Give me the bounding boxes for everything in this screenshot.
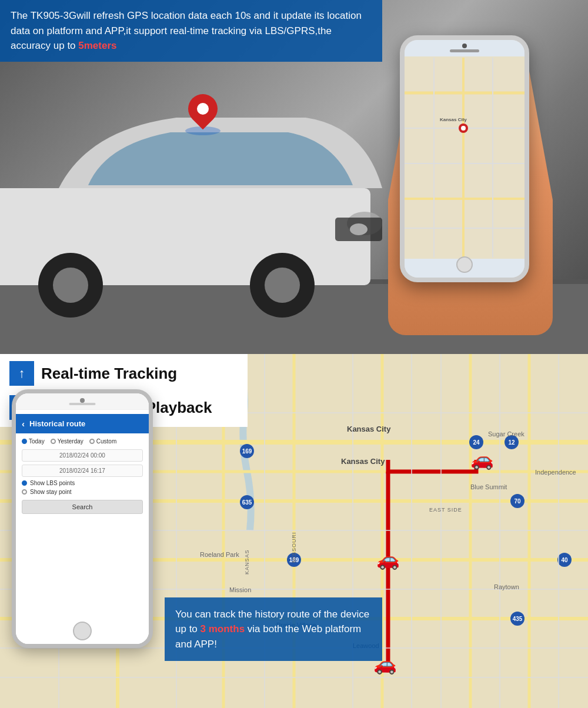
phone-screen-top: Kansas City — [405, 40, 524, 278]
cb-lbs-row: Show LBS points — [22, 480, 143, 486]
phone-inner: ‹ Historical route Today Yest — [16, 393, 149, 644]
svg-point-4 — [53, 268, 88, 303]
realtime-label-text: Real-time Tracking — [41, 365, 177, 383]
date-from-field[interactable]: 2018/02/24 00:00 — [22, 449, 143, 462]
radio-dot-today — [22, 439, 27, 444]
city-label-indep: Independence — [535, 469, 576, 476]
speaker-bottom — [69, 403, 96, 405]
svg-point-20 — [461, 126, 466, 131]
city-label-missouri: MISSOURI — [291, 532, 297, 563]
city-label-sugar: Sugar Creek — [488, 430, 524, 438]
radio-custom[interactable]: Custom — [89, 438, 116, 445]
cb-stay-check[interactable] — [22, 489, 27, 495]
bottom-section: 635 169 635 169 32 70 40 435 24 — [0, 354, 588, 708]
svg-text:435: 435 — [513, 616, 523, 622]
svg-text:635: 635 — [242, 499, 252, 506]
city-label-eastside: EAST SIDE — [429, 507, 462, 513]
city-label-kansas: KANSAS — [244, 549, 250, 575]
radio-row: Today Yesterday Custom — [22, 438, 143, 445]
back-arrow-icon[interactable]: ‹ — [22, 419, 25, 429]
radio-dot-custom — [89, 439, 95, 444]
tooltip-highlight: 3 months — [201, 623, 245, 634]
city-label-kc1: Kansas City — [347, 425, 390, 433]
map-inside-phone: Kansas City — [405, 56, 524, 259]
city-label-roeland: Roeland Park — [200, 551, 239, 558]
tooltip-box: You can track the history route of the d… — [165, 597, 382, 662]
svg-point-6 — [265, 268, 300, 303]
radio-yesterday[interactable]: Yesterday — [51, 438, 83, 445]
svg-point-9 — [350, 223, 368, 235]
phone-top: Kansas City — [388, 18, 553, 323]
info-box: The TK905-3Gwill refresh GPS location da… — [0, 0, 382, 62]
pin-head — [182, 88, 224, 130]
info-text-before: The TK905-3Gwill refresh GPS location da… — [11, 10, 362, 51]
city-label-blue: Blue Summit — [470, 483, 507, 490]
home-button-top — [456, 256, 473, 273]
svg-text:40: 40 — [561, 557, 568, 563]
phone-frame-top: Kansas City — [400, 35, 529, 282]
city-label-raytown: Raytown — [494, 583, 519, 590]
date-to-field[interactable]: 2018/02/24 16:17 — [22, 465, 143, 477]
top-section: The TK905-3Gwill refresh GPS location da… — [0, 0, 588, 354]
hist-content: Today Yesterday Custom — [16, 433, 149, 519]
svg-text:70: 70 — [514, 498, 521, 505]
cb-stay-row: Show stay point — [22, 489, 143, 495]
gps-pin — [188, 94, 220, 135]
cb-stay-label: Show stay point — [30, 489, 72, 495]
svg-text:Kansas City: Kansas City — [440, 117, 467, 122]
radio-yesterday-label: Yesterday — [58, 438, 83, 445]
svg-text:12: 12 — [508, 439, 515, 446]
up-arrow: ↑ — [9, 361, 34, 386]
realtime-label-item: ↑ Real-time Tracking — [0, 356, 248, 390]
cb-lbs-check[interactable] — [22, 480, 27, 486]
radio-today[interactable]: Today — [22, 438, 45, 445]
radio-today-label: Today — [29, 438, 45, 445]
city-label-kc2: Kansas City — [341, 457, 385, 466]
car-icon-1: 🚗 — [470, 448, 494, 470]
search-button[interactable]: Search — [22, 500, 143, 514]
phone-frame-bottom: ‹ Historical route Today Yest — [12, 389, 153, 648]
car-icon-2: 🚗 — [376, 548, 400, 570]
phone-bottom: ‹ Historical route Today Yest — [12, 389, 165, 660]
camera-dot-bottom — [80, 398, 85, 403]
info-highlight: 5meters — [78, 40, 116, 51]
home-button-bottom[interactable] — [73, 622, 92, 640]
hist-header: ‹ Historical route — [16, 414, 149, 433]
city-label-mission: Mission — [229, 586, 251, 593]
hist-header-text: Historical route — [29, 419, 85, 428]
speaker — [450, 49, 479, 52]
hist-panel: ‹ Historical route Today Yest — [16, 414, 149, 644]
camera-dot — [462, 44, 467, 48]
radio-custom-label: Custom — [96, 438, 116, 445]
svg-text:169: 169 — [242, 448, 252, 455]
cb-lbs-label: Show LBS points — [30, 480, 75, 486]
radio-dot-yesterday — [51, 439, 56, 444]
svg-text:24: 24 — [473, 439, 480, 446]
status-bar — [16, 393, 149, 410]
